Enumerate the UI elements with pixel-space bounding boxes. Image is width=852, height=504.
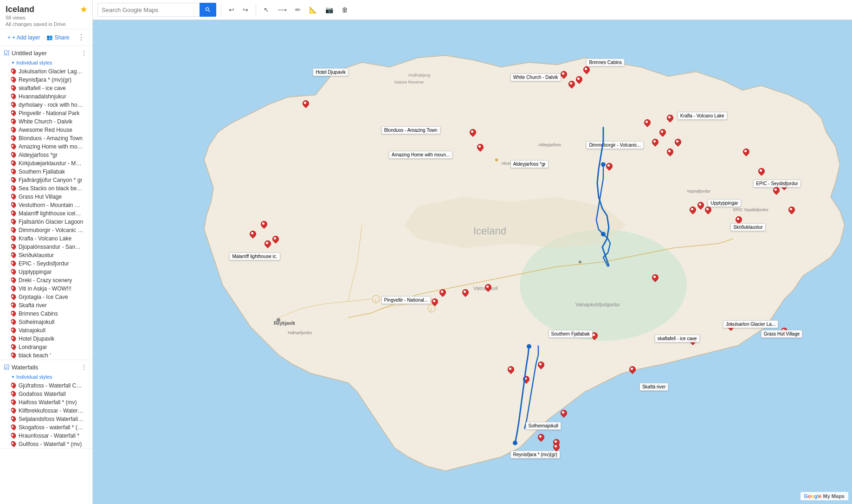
search-button[interactable]: [200, 3, 216, 17]
place-fjallsarlon[interactable]: Fjallsárlón Glacier Lagoon: [0, 218, 92, 226]
map-pin-djupalons-3[interactable]: [272, 236, 278, 243]
route-tool[interactable]: ⟶: [275, 4, 290, 15]
map-pin-cluster-2[interactable]: [659, 129, 665, 136]
more-options-button[interactable]: ⋮: [76, 32, 87, 43]
map-pin-pingvellir[interactable]: [432, 298, 437, 305]
draw-tool[interactable]: ✏: [292, 4, 303, 15]
place-vatnajokull[interactable]: Vatnajokull: [0, 326, 92, 335]
map-pin-cluster-3[interactable]: [675, 139, 680, 146]
place-epic-seydisfjordur[interactable]: EPIC - Seydisfjordur: [0, 259, 92, 268]
waterfalls-individual-styles[interactable]: Individual styles: [0, 373, 92, 381]
map-pin-grass-hut[interactable]: [781, 328, 787, 335]
map-pin-hotel-djupavik[interactable]: [303, 100, 308, 107]
place-viti[interactable]: Viti in Askja - WOW!!!: [0, 284, 92, 293]
map-pin-se3[interactable]: [773, 187, 779, 194]
place-pingvellir[interactable]: Pingvellir - National Park: [0, 109, 92, 117]
map-pin-southern-fjallabak[interactable]: [591, 332, 597, 339]
map-pin-ping3[interactable]: [485, 284, 491, 291]
map-pin-rey2[interactable]: [553, 444, 559, 451]
map-pin-north2[interactable]: [576, 76, 581, 83]
place-jokulsarlon[interactable]: Jokulsarlon Glacier Lagoon: [0, 67, 92, 76]
pointer-tool[interactable]: ↖: [261, 4, 272, 15]
measure-tool[interactable]: 📐: [306, 4, 320, 15]
place-upptyppingar[interactable]: Upptyppingar: [0, 268, 92, 276]
layer-untitled-header[interactable]: ☑ Untitled layer ⋮: [0, 46, 92, 59]
map-pin-south3[interactable]: [508, 366, 513, 373]
place-awesome-red-house[interactable]: Awesome Red House: [0, 126, 92, 134]
map-pin-skriduklaustur[interactable]: [736, 216, 741, 223]
map-pin-blonduos[interactable]: [470, 129, 475, 136]
place-londrangar[interactable]: Londrangar: [0, 343, 92, 351]
place-kirkjubaejarklaustur[interactable]: Kirkjubæjarklaustur - Moss o...: [0, 159, 92, 168]
place-reynisfjara[interactable]: Reynisfjara * (mv)(gr): [0, 76, 92, 84]
place-black-beach[interactable]: black beach ': [0, 351, 92, 360]
map-pin-rey1[interactable]: [538, 434, 543, 441]
map-pin-dimmuborgir[interactable]: [652, 139, 658, 146]
map-pin-south2[interactable]: [523, 376, 529, 383]
map-pin-cluster-up2[interactable]: [705, 207, 710, 213]
place-southern-fjallabak[interactable]: Southern Fjallabak: [0, 168, 92, 176]
map-pin-se1[interactable]: [743, 149, 749, 155]
map-pin-white-church[interactable]: [568, 81, 574, 88]
place-blonduos[interactable]: Blonduos - Amazing Town: [0, 134, 92, 142]
place-haifoss[interactable]: Haifoss Waterfall * (mv): [0, 398, 92, 407]
layer-waterfalls-options[interactable]: ⋮: [79, 363, 89, 371]
place-godafoss[interactable]: Godafoss Waterfall: [0, 390, 92, 398]
map-pin-se2[interactable]: [758, 168, 764, 175]
place-malarriff[interactable]: Malarriff lighthouse iceland: [0, 209, 92, 218]
place-gullfoss[interactable]: Gullfoss - Waterfall * (mv): [0, 440, 92, 448]
place-skafta-river[interactable]: Skaftá river: [0, 301, 92, 310]
place-dyrholaey[interactable]: dyrholaey - rock with hole *(gr): [0, 101, 92, 109]
redo-button[interactable]: ↪: [240, 4, 251, 15]
map-pin-djupalons-2[interactable]: [261, 221, 266, 228]
map-pin-kirkjubaejarklaustur[interactable]: [629, 366, 635, 373]
share-button[interactable]: 👥 Share: [45, 33, 71, 42]
place-krafla[interactable]: Krafla - Volcano Lake: [0, 234, 92, 243]
place-hotel-djupavik[interactable]: Hotel Djupavik: [0, 335, 92, 343]
place-solheimajokull[interactable]: Solheimajokull: [0, 318, 92, 326]
individual-styles-label[interactable]: Individual styles: [0, 59, 92, 67]
layer-untitled-options[interactable]: ⋮: [79, 49, 89, 57]
map-pin-south1[interactable]: [538, 362, 543, 368]
map-pin-cluster-1[interactable]: [644, 119, 650, 126]
map-pin-brimnes[interactable]: [583, 66, 589, 73]
place-white-church[interactable]: White Church - Dalvik: [0, 117, 92, 126]
map-pin-djupalons[interactable]: [250, 231, 255, 238]
place-djupalons[interactable]: Djúpalónssandur - Sandy Be...: [0, 243, 92, 251]
place-fjadrarglufur[interactable]: Fjaðrárgljúfur Canyon * gr: [0, 176, 92, 184]
map-pin-vatnajokull[interactable]: [652, 274, 658, 281]
place-grass-hut[interactable]: Grass Hut Village: [0, 193, 92, 201]
place-klifbrekkufossar[interactable]: Klifbrekkufossar - Waterfall: [0, 407, 92, 415]
place-skaftafell[interactable]: skaftafell - ice cave: [0, 84, 92, 92]
map[interactable]: Iceland Vatnajokull Reykjavik Hafnarfjor…: [93, 20, 852, 504]
place-vestuthorn[interactable]: Vestuthorn - Mountain with ...: [0, 201, 92, 209]
place-amazing-home[interactable]: Amazing Home with mounta...: [0, 142, 92, 151]
map-pin-cluster-up1[interactable]: [690, 207, 695, 213]
map-pin-cluster-4[interactable]: [667, 149, 672, 155]
place-aldeyjarfoss[interactable]: Aldeyjarfoss *gr: [0, 151, 92, 159]
map-pin-skaftafell[interactable]: [690, 337, 695, 344]
undo-button[interactable]: ↩: [226, 4, 237, 15]
map-pin-krafla[interactable]: [667, 115, 672, 122]
place-grjotagja[interactable]: Grjotagia - Ice Cave: [0, 293, 92, 301]
map-pin-malarriff[interactable]: [265, 240, 270, 247]
map-pin-solheimajokull[interactable]: [561, 410, 566, 417]
map-pin-north1[interactable]: [561, 71, 566, 78]
place-sea-stacks[interactable]: Sea Stacks on black beach *...: [0, 184, 92, 193]
place-dreki[interactable]: Dreki - Crazy scenery: [0, 276, 92, 284]
place-skriduklaustur[interactable]: Skriðuklaustur: [0, 251, 92, 259]
map-pin-amazing-home[interactable]: [477, 144, 483, 151]
place-hraunfossar[interactable]: Hraunfossar - Waterfall *: [0, 432, 92, 440]
place-seljalandsfoss[interactable]: Seljalandsfoss Waterfall * (...: [0, 415, 92, 423]
sidebar-scroll[interactable]: ☑ Untitled layer ⋮ Individual styles Jok…: [0, 46, 92, 504]
map-pin-aldeyjarfoss[interactable]: [606, 163, 612, 170]
search-input[interactable]: [97, 3, 200, 17]
camera-tool[interactable]: 📷: [323, 4, 336, 15]
place-dimmuborgir[interactable]: Dimmuborgir - Volcanic Roc...: [0, 226, 92, 234]
star-icon[interactable]: ★: [80, 5, 87, 14]
map-pin-upptyppingar[interactable]: [697, 202, 703, 209]
map-pin-jokulsarlon[interactable]: [728, 323, 733, 330]
trash-tool[interactable]: 🗑: [339, 4, 351, 15]
map-pin-epic-seydisfjordur[interactable]: [781, 182, 787, 189]
place-gjufrafoss[interactable]: Gjúfrafoss - Waterfall Cave *...: [0, 381, 92, 390]
